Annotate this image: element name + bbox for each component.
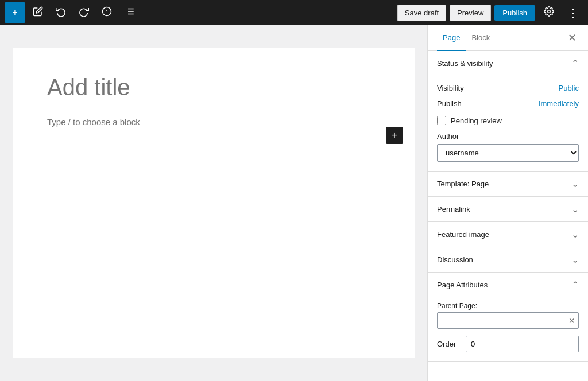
- chevron-down-icon-permalink: ⌄: [571, 204, 579, 215]
- order-input[interactable]: [466, 336, 579, 352]
- sidebar-close-button[interactable]: ✕: [566, 29, 579, 46]
- publish-button[interactable]: Publish: [494, 5, 535, 21]
- parent-page-clear-button[interactable]: ✕: [568, 316, 575, 325]
- section-permalink: Permalink ⌄: [428, 197, 588, 222]
- publish-value[interactable]: Immediately: [539, 99, 579, 108]
- section-page-attributes: Page Attributes ⌃ Parent Page: ✕ Order: [428, 273, 588, 362]
- list-view-button[interactable]: [119, 2, 140, 23]
- chevron-down-icon: ⌄: [571, 178, 579, 189]
- publish-row: Publish Immediately: [437, 96, 579, 111]
- section-status-visibility-title: Status & visibility: [437, 59, 493, 68]
- chevron-down-icon-discussion: ⌄: [571, 254, 579, 265]
- chevron-down-icon-featured: ⌄: [571, 229, 579, 240]
- order-label: Order: [437, 340, 460, 348]
- parent-page-label: Parent Page:: [437, 302, 579, 310]
- section-permalink-header[interactable]: Permalink ⌄: [428, 197, 588, 221]
- add-block-button[interactable]: +: [386, 127, 403, 144]
- save-draft-button[interactable]: Save draft: [397, 5, 446, 21]
- pencil-icon: [33, 6, 43, 19]
- section-template-title: Template: Page: [437, 180, 489, 188]
- section-featured-image: Featured image ⌄: [428, 222, 588, 247]
- chevron-up-icon: ⌃: [571, 58, 579, 69]
- section-page-attributes-header[interactable]: Page Attributes ⌃: [428, 273, 588, 297]
- block-placeholder-text: Type / to choose a block: [47, 117, 140, 127]
- tab-block[interactable]: Block: [466, 25, 496, 51]
- visibility-label: Visibility: [437, 84, 464, 92]
- section-page-attributes-title: Page Attributes: [437, 281, 488, 289]
- publish-label: Publish: [437, 99, 462, 108]
- more-icon: ⋮: [567, 6, 579, 20]
- add-block-toolbar-button[interactable]: +: [5, 2, 25, 23]
- svg-point-9: [548, 10, 551, 13]
- add-block-plus-icon: +: [392, 130, 398, 142]
- editor-content: Type / to choose a block +: [13, 48, 415, 358]
- toolbar: + Save draft Pre: [0, 0, 588, 25]
- sidebar: Page Block ✕ Status & visibility ⌃ Visib…: [427, 25, 588, 381]
- editor-area: Type / to choose a block +: [0, 25, 427, 381]
- section-page-attributes-content: Parent Page: ✕ Order: [428, 297, 588, 361]
- order-row: Order: [437, 336, 579, 352]
- toolbar-right: Save draft Preview Publish ⋮: [397, 2, 583, 23]
- title-input[interactable]: [47, 71, 380, 103]
- author-label: Author: [437, 132, 579, 141]
- section-discussion: Discussion ⌄: [428, 247, 588, 273]
- gear-icon: [544, 6, 554, 19]
- preview-button[interactable]: Preview: [450, 5, 491, 21]
- visibility-value[interactable]: Public: [559, 84, 579, 92]
- undo-button[interactable]: [51, 2, 71, 23]
- redo-icon: [79, 6, 89, 19]
- plus-icon: +: [12, 7, 17, 18]
- section-template: Template: Page ⌄: [428, 172, 588, 197]
- section-status-visibility-header[interactable]: Status & visibility ⌃: [428, 51, 588, 76]
- info-button[interactable]: [96, 2, 117, 23]
- main-area: Type / to choose a block + Page Block ✕ …: [0, 25, 588, 381]
- list-icon: [125, 6, 135, 19]
- parent-page-input[interactable]: [437, 312, 579, 329]
- edit-mode-button[interactable]: [28, 2, 48, 23]
- sidebar-tabs: Page Block ✕: [428, 25, 588, 51]
- author-section: Author username: [437, 132, 579, 162]
- visibility-row: Visibility Public: [437, 80, 579, 96]
- chevron-up-icon-attributes: ⌃: [571, 279, 579, 290]
- parent-page-input-wrap: ✕: [437, 312, 579, 329]
- section-discussion-header[interactable]: Discussion ⌄: [428, 247, 588, 272]
- pending-review-label: Pending review: [451, 116, 502, 125]
- toolbar-left: +: [5, 2, 395, 23]
- section-featured-image-title: Featured image: [437, 230, 489, 239]
- section-featured-image-header[interactable]: Featured image ⌄: [428, 222, 588, 247]
- info-icon: [102, 6, 112, 19]
- close-icon: ✕: [568, 32, 577, 44]
- block-placeholder-area: Type / to choose a block: [47, 117, 380, 127]
- pending-review-checkbox[interactable]: [437, 116, 446, 125]
- section-template-header[interactable]: Template: Page ⌄: [428, 172, 588, 196]
- section-status-visibility-content: Visibility Public Publish Immediately Pe…: [428, 76, 588, 171]
- section-status-visibility: Status & visibility ⌃ Visibility Public …: [428, 51, 588, 172]
- section-discussion-title: Discussion: [437, 255, 473, 264]
- settings-button[interactable]: [539, 2, 559, 23]
- redo-button[interactable]: [74, 2, 94, 23]
- author-select[interactable]: username: [437, 144, 579, 162]
- pending-review-row: Pending review: [437, 111, 579, 130]
- more-options-button[interactable]: ⋮: [563, 2, 583, 23]
- tab-page[interactable]: Page: [437, 25, 466, 51]
- undo-icon: [56, 6, 66, 19]
- section-permalink-title: Permalink: [437, 205, 470, 213]
